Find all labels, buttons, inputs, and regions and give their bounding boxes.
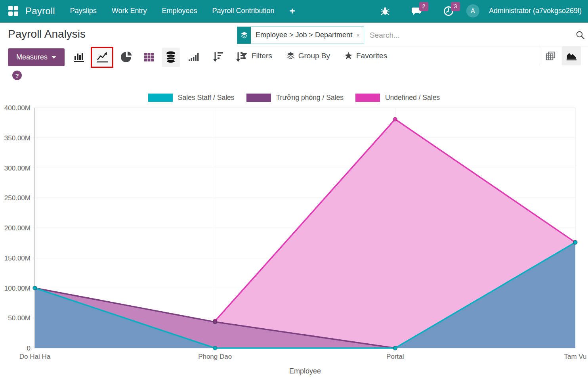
facet-icon-block <box>237 27 251 44</box>
legend-item[interactable]: Sales Staff / Sales <box>148 94 235 102</box>
svg-text:Employee: Employee <box>289 367 321 375</box>
graph-toolbar: Measures <box>8 47 250 67</box>
top-nav: Payroll Payslips Work Entry Employees Pa… <box>0 0 588 23</box>
svg-text:400.00M: 400.00M <box>4 105 31 112</box>
pivot-view-button[interactable] <box>542 46 558 65</box>
nav-add-button[interactable]: + <box>290 6 295 16</box>
messages-badge: 2 <box>419 2 428 11</box>
nav-menu: Payslips Work Entry Employees Payroll Co… <box>70 6 295 16</box>
svg-text:150.00M: 150.00M <box>4 255 31 262</box>
pivot-grid-button[interactable] <box>140 48 158 66</box>
nav-item-payslips[interactable]: Payslips <box>70 7 97 15</box>
chevron-down-icon <box>52 56 56 59</box>
favorites-button[interactable]: Favorites <box>344 52 387 60</box>
pivot-grid-icon <box>143 52 155 63</box>
search-facet-groupby[interactable]: Employee > Job > Department × <box>237 27 364 44</box>
search-options: Filters Group By Favorites <box>240 47 387 65</box>
stacked-icon <box>165 51 177 63</box>
nav-item-employees[interactable]: Employees <box>162 7 197 15</box>
svg-text:100.00M: 100.00M <box>4 285 31 292</box>
search-bar: Employee > Job > Department × <box>237 25 588 45</box>
search-input[interactable] <box>364 31 572 40</box>
debug-button[interactable] <box>378 4 392 18</box>
payroll-analysis-chart: 050.00M100.00M150.00M200.00M250.00M300.0… <box>0 105 588 379</box>
legend-label: Trưởng phòng / Sales <box>276 94 344 102</box>
legend-label: Sales Staff / Sales <box>178 94 235 102</box>
svg-text:350.00M: 350.00M <box>4 134 31 142</box>
svg-text:300.00M: 300.00M <box>4 165 31 172</box>
filters-label: Filters <box>252 52 272 60</box>
legend-item[interactable]: Undefined / Sales <box>355 94 440 102</box>
line-chart-button[interactable] <box>91 47 113 68</box>
favorites-label: Favorites <box>356 52 387 60</box>
svg-text:Phong Dao: Phong Dao <box>198 353 232 360</box>
pie-chart-button[interactable] <box>118 48 136 66</box>
pivot-view-icon <box>545 51 556 61</box>
question-mark-icon: ? <box>15 72 19 79</box>
search-submit[interactable] <box>572 31 588 40</box>
activities-button[interactable]: 3 <box>442 4 455 18</box>
bug-icon <box>381 6 389 16</box>
group-by-label: Group By <box>298 52 330 60</box>
user-menu[interactable]: Administrator (a7vokgso269l) <box>489 7 582 15</box>
stacked-toggle-button[interactable] <box>162 48 180 67</box>
ascending-bars-icon <box>187 52 199 63</box>
star-icon <box>344 52 353 60</box>
chart-legend: Sales Staff / SalesTrưởng phòng / SalesU… <box>0 94 588 102</box>
legend-swatch <box>246 94 271 102</box>
measures-label: Measures <box>16 53 48 61</box>
area-chart-icon <box>566 51 577 61</box>
svg-text:0: 0 <box>27 345 31 352</box>
cumulative-button[interactable] <box>185 48 202 66</box>
apps-menu-button[interactable] <box>7 5 19 17</box>
svg-text:200.00M: 200.00M <box>4 224 31 232</box>
layers-icon <box>241 31 248 39</box>
avatar[interactable]: A <box>466 4 479 17</box>
filters-button[interactable]: Filters <box>240 52 272 60</box>
filter-icon <box>240 52 248 60</box>
legend-swatch <box>355 94 380 102</box>
view-switcher <box>539 46 581 66</box>
help-button[interactable]: ? <box>12 71 22 80</box>
nav-item-work-entry[interactable]: Work Entry <box>112 7 147 15</box>
svg-text:250.00M: 250.00M <box>4 194 31 202</box>
search-icon <box>576 31 585 40</box>
sort-descending-button[interactable] <box>209 48 227 66</box>
measures-button[interactable]: Measures <box>8 48 65 66</box>
legend-swatch <box>148 94 173 102</box>
svg-text:Tam Vu: Tam Vu <box>564 353 586 360</box>
group-by-button[interactable]: Group By <box>286 52 330 60</box>
apps-grid-icon <box>8 6 18 16</box>
nav-right: 2 3 A Administrator (a7vokgso269l) <box>378 4 582 18</box>
facet-label: Employee > Job > Department <box>251 27 355 44</box>
chart-area[interactable]: 050.00M100.00M150.00M200.00M250.00M300.0… <box>0 105 588 379</box>
legend-item[interactable]: Trưởng phòng / Sales <box>246 94 344 102</box>
payroll-analysis-page: Payroll Payslips Work Entry Employees Pa… <box>0 0 588 379</box>
group-by-layers-icon <box>286 52 295 60</box>
svg-text:50.00M: 50.00M <box>8 314 31 322</box>
svg-text:Do Hai Ha: Do Hai Ha <box>19 353 51 360</box>
sort-descending-icon <box>212 51 223 63</box>
pie-chart-icon <box>121 51 133 63</box>
legend-label: Undefined / Sales <box>385 94 440 102</box>
bar-chart-icon <box>73 52 85 63</box>
page-title: Payroll Analysis <box>8 28 86 40</box>
svg-text:Portal: Portal <box>386 353 404 360</box>
bar-chart-button[interactable] <box>70 48 88 66</box>
nav-item-payroll-contribution[interactable]: Payroll Contribution <box>212 7 275 15</box>
graph-view-button[interactable] <box>562 46 581 65</box>
activities-badge: 3 <box>451 2 460 11</box>
messages-button[interactable]: 2 <box>410 4 424 18</box>
line-chart-icon <box>96 51 109 63</box>
app-brand[interactable]: Payroll <box>25 6 55 17</box>
facet-remove-button[interactable]: × <box>355 27 364 44</box>
